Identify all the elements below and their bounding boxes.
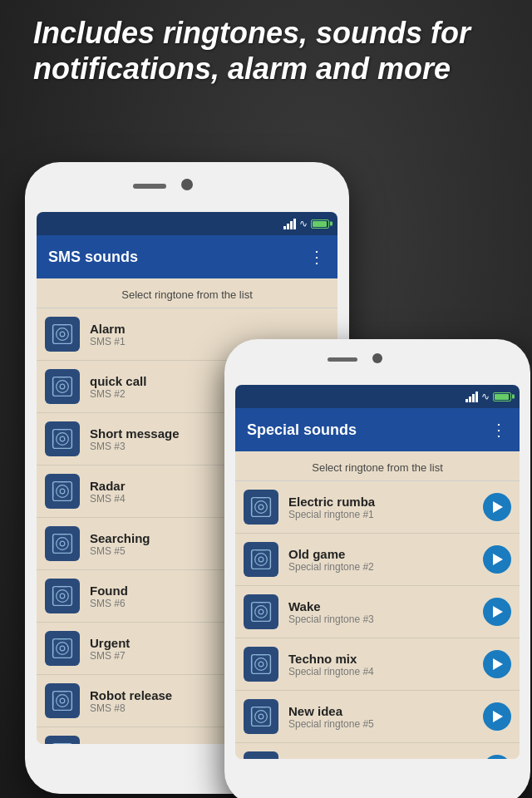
phone2-device: ∿ Special sounds ⋮ Select ringtone from … (224, 339, 530, 798)
svg-point-57 (259, 609, 264, 614)
phone1-menu-button[interactable]: ⋮ (308, 247, 326, 267)
svg-point-67 (259, 714, 264, 719)
svg-rect-55 (252, 603, 271, 622)
ringtone-name: Making aliens (288, 756, 483, 760)
ringtone-icon-6 (45, 631, 80, 666)
svg-point-37 (60, 698, 65, 703)
svg-point-21 (57, 538, 69, 550)
ringtone-icon-1 (45, 369, 80, 404)
phone2-app-bar: Special sounds ⋮ (235, 408, 520, 451)
svg-point-16 (57, 485, 69, 498)
phone2-list: Electric rumba Special ringtone #1 Old g… (235, 481, 520, 759)
svg-point-52 (259, 557, 264, 562)
svg-rect-30 (53, 639, 72, 658)
svg-point-27 (60, 594, 65, 598)
ringtone-icon-3 (244, 647, 278, 682)
svg-point-66 (255, 711, 268, 723)
svg-point-62 (259, 662, 264, 667)
ringtone-icon-0 (244, 490, 278, 525)
list-item[interactable]: Old game Special ringtone #2 (235, 534, 520, 586)
ringtone-icon-1 (244, 542, 278, 577)
svg-point-47 (259, 505, 264, 510)
phone1-signal (283, 219, 296, 229)
svg-point-46 (255, 501, 268, 514)
phone2-menu-button[interactable]: ⋮ (490, 420, 508, 440)
ringtone-name: Alarm (90, 322, 329, 336)
phone1-wifi-icon: ∿ (299, 218, 308, 229)
phone1-battery-icon (311, 219, 329, 229)
svg-rect-25 (53, 587, 72, 606)
phone1-list-header: Select ringtone from the list (37, 278, 337, 308)
phone2-battery-icon (493, 392, 511, 401)
ringtone-name: Techno mix (288, 652, 483, 666)
phone2-speaker (328, 357, 357, 362)
svg-point-56 (255, 606, 268, 618)
ringtone-name: Electric rumba (288, 495, 483, 509)
list-item[interactable]: Techno mix Special ringtone #4 (235, 638, 520, 691)
svg-rect-60 (252, 655, 271, 674)
svg-rect-50 (252, 550, 271, 569)
ringtone-icon-8 (45, 736, 80, 744)
svg-point-11 (57, 433, 69, 446)
phone2-list-header: Select ringtone from the list (235, 451, 520, 481)
ringtone-sub: Special ringtone #5 (288, 718, 483, 730)
play-button[interactable] (483, 650, 511, 678)
ringtone-icon-2 (45, 421, 80, 456)
svg-point-12 (60, 436, 65, 441)
svg-point-2 (60, 332, 65, 337)
svg-point-6 (57, 381, 69, 393)
phone1-status-icons: ∿ (283, 218, 329, 229)
svg-rect-15 (53, 482, 72, 501)
ringtone-name: New idea (288, 704, 483, 718)
svg-point-61 (255, 658, 268, 671)
header-title: Includes ringtones, sounds for notificat… (33, 15, 499, 86)
ringtone-sub: Special ringtone #2 (288, 561, 483, 573)
phone1-speaker (133, 184, 166, 189)
phone2-wifi-icon: ∿ (481, 391, 490, 402)
play-button[interactable] (483, 598, 511, 626)
phone2-app-title: Special sounds (247, 421, 357, 439)
phone1-app-title: SMS sounds (48, 249, 138, 266)
phone2-screen: ∿ Special sounds ⋮ Select ringtone from … (235, 385, 520, 759)
phone2-camera (372, 353, 382, 363)
phone1-camera (181, 179, 193, 190)
ringtone-name: Wake (288, 599, 483, 613)
play-button[interactable] (483, 702, 511, 731)
phone1-app-bar: SMS sounds ⋮ (37, 235, 337, 278)
svg-point-1 (57, 328, 69, 341)
svg-rect-5 (53, 377, 72, 397)
list-item[interactable]: New idea Special ringtone #5 (235, 691, 520, 743)
ringtone-icon-7 (45, 683, 80, 718)
ringtone-icon-4 (45, 526, 80, 561)
ringtone-icon-0 (45, 317, 80, 352)
phone2-status-icons: ∿ (466, 391, 511, 402)
play-button[interactable] (483, 493, 511, 521)
play-button[interactable] (483, 545, 511, 574)
phone1-status-bar: ∿ (37, 212, 337, 235)
ringtone-icon-5 (45, 579, 80, 613)
svg-point-32 (60, 646, 65, 651)
ringtone-name: Old game (288, 547, 483, 561)
svg-point-26 (57, 590, 69, 603)
list-item[interactable]: Making aliens Special ringtone #6 (235, 743, 520, 759)
ringtone-icon-5 (244, 751, 278, 759)
svg-point-7 (60, 384, 65, 389)
list-item[interactable]: Electric rumba Special ringtone #1 (235, 481, 520, 534)
phone2-signal (466, 392, 478, 402)
svg-point-31 (57, 643, 69, 655)
svg-point-51 (255, 554, 268, 566)
ringtone-icon-4 (244, 699, 278, 734)
svg-rect-35 (53, 692, 72, 711)
list-item[interactable]: Wake Special ringtone #3 (235, 586, 520, 638)
svg-point-22 (60, 541, 65, 546)
ringtone-icon-3 (45, 474, 80, 509)
ringtone-icon-2 (244, 594, 278, 629)
svg-rect-45 (252, 498, 271, 517)
play-button[interactable] (483, 755, 511, 759)
svg-rect-65 (252, 707, 271, 727)
ringtone-sub: Special ringtone #1 (288, 509, 483, 520)
svg-rect-0 (53, 325, 72, 344)
ringtone-sub: Special ringtone #4 (288, 666, 483, 677)
phone2-status-bar: ∿ (235, 385, 520, 408)
svg-point-36 (57, 695, 69, 707)
